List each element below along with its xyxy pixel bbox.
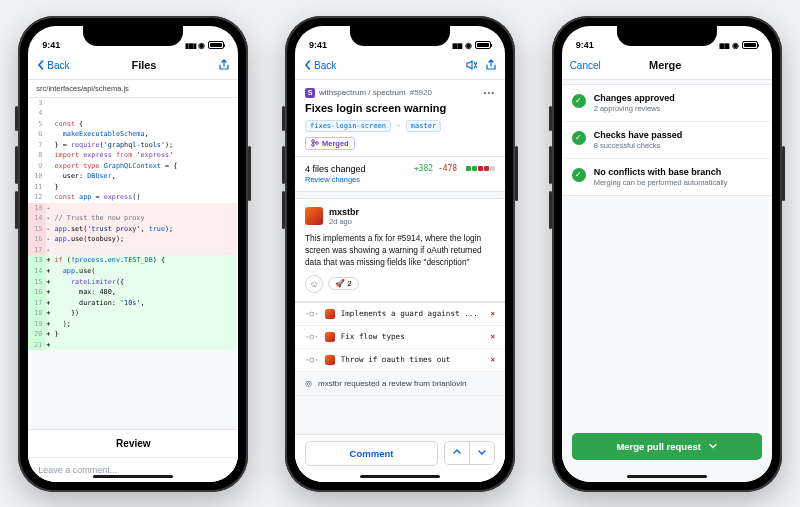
page-title: Files — [74, 59, 215, 71]
commit-icon: -○- — [305, 355, 319, 364]
code-line[interactable]: 19+ ); — [28, 319, 238, 330]
more-icon[interactable]: ••• — [484, 88, 495, 97]
code-line[interactable]: 9 export type GraphQLContext = { — [28, 161, 238, 172]
commit-row[interactable]: -○-Implements a guard against ...× — [295, 303, 505, 326]
battery-icon — [208, 41, 224, 49]
file-path: src/interfaces/api/schema.js — [28, 80, 238, 98]
code-line[interactable]: 14- // Trust the now proxy — [28, 213, 238, 224]
state-badge: Merged — [305, 137, 355, 150]
check-icon: ✓ — [572, 168, 586, 182]
share-icon[interactable] — [218, 59, 230, 71]
add-reaction-button[interactable]: ☺ — [305, 275, 323, 293]
wifi-icon — [732, 40, 739, 50]
svg-point-1 — [312, 144, 315, 147]
code-line[interactable]: 17+ duration: '10s', — [28, 298, 238, 309]
merge-pr-button[interactable]: Merge pull request — [572, 433, 762, 460]
nav-arrows — [444, 441, 495, 465]
share-icon[interactable] — [485, 59, 497, 71]
arrow-right-icon: → — [395, 122, 402, 129]
avatar[interactable] — [305, 207, 323, 225]
merge-check-row[interactable]: ✓No conflicts with base branchMerging ca… — [562, 158, 772, 195]
pr-description: This implements a fix for #5914, where t… — [305, 232, 495, 268]
back-button[interactable]: Back — [36, 60, 69, 71]
next-button[interactable] — [469, 442, 494, 464]
comment-button[interactable]: Comment — [305, 441, 438, 466]
status-fail-icon: × — [490, 309, 495, 318]
code-line[interactable]: 14+ app.use( — [28, 266, 238, 277]
prev-button[interactable] — [445, 442, 469, 464]
commit-icon: -○- — [305, 332, 319, 341]
code-line[interactable]: 10 user: DBUser, — [28, 171, 238, 182]
code-line[interactable]: 11 } — [28, 182, 238, 193]
code-diff[interactable]: 3 4 5 const {6 makeExecutableSchema,7 } … — [28, 98, 238, 351]
reaction-rocket[interactable]: 🚀 2 — [328, 277, 359, 290]
timestamp: 2d ago — [329, 217, 359, 226]
pr-title: Fixes login screen warning — [305, 102, 495, 114]
code-line[interactable]: 3 — [28, 98, 238, 109]
files-changed-row[interactable]: 4 files changed Review changes +382 -478 — [295, 157, 505, 192]
status-fail-icon: × — [490, 332, 495, 341]
repo-icon: S — [305, 88, 315, 98]
review-changes-link[interactable]: Review changes — [305, 175, 366, 184]
code-line[interactable]: 21+ — [28, 340, 238, 351]
pr-number: #5920 — [410, 88, 432, 97]
code-line[interactable]: 7 } = require('graphql-tools'); — [28, 140, 238, 151]
commit-icon: -○- — [305, 309, 319, 318]
battery-icon — [742, 41, 758, 49]
home-indicator[interactable] — [93, 475, 173, 478]
repo-name[interactable]: withspectrum / spectrum — [319, 88, 406, 97]
avatar — [325, 332, 335, 342]
code-line[interactable]: 4 — [28, 108, 238, 119]
commit-row[interactable]: -○-Fix flow types× — [295, 326, 505, 349]
cancel-button[interactable]: Cancel — [570, 60, 601, 71]
avatar — [325, 309, 335, 319]
status-time: 9:41 — [576, 40, 594, 50]
svg-point-2 — [316, 142, 319, 145]
comment-input[interactable]: Leave a comment... — [28, 457, 238, 482]
review-request: ◎ mxstbr requested a review from brianlo… — [295, 372, 505, 396]
code-line[interactable]: 8 import express from 'express' — [28, 150, 238, 161]
page-title: Merge — [605, 59, 726, 71]
signal-icon — [452, 40, 462, 50]
merge-icon — [311, 139, 319, 147]
branch-from[interactable]: fixes-login-screen — [305, 120, 391, 132]
check-icon: ✓ — [572, 94, 586, 108]
code-line[interactable]: 5 const { — [28, 119, 238, 130]
status-fail-icon: × — [490, 355, 495, 364]
battery-icon — [475, 41, 491, 49]
code-line[interactable]: 15- app.set('trust proxy', true); — [28, 224, 238, 235]
chevron-down-icon — [709, 442, 717, 450]
signal-icon — [719, 40, 729, 50]
avatar — [325, 355, 335, 365]
code-line[interactable]: 13+ if (!process.env.TEST_DB) { — [28, 255, 238, 266]
code-line[interactable]: 17- — [28, 245, 238, 256]
eye-icon: ◎ — [305, 379, 312, 388]
code-line[interactable]: 18+ }) — [28, 308, 238, 319]
review-button[interactable]: Review — [28, 430, 238, 457]
merge-check-row[interactable]: ✓Checks have passed8 successful checks — [562, 121, 772, 158]
branch-to[interactable]: master — [406, 120, 441, 132]
merge-check-row[interactable]: ✓Changes approved2 approving reviews — [562, 85, 772, 121]
check-icon: ✓ — [572, 131, 586, 145]
code-line[interactable]: 20+ } — [28, 329, 238, 340]
diffstat: +382 -478 — [414, 164, 495, 173]
signal-icon — [185, 40, 195, 50]
code-line[interactable]: 13- — [28, 203, 238, 214]
commit-row[interactable]: -○-Throw if oauth times out× — [295, 349, 505, 372]
chevron-left-icon — [36, 60, 46, 70]
chevron-left-icon — [303, 60, 313, 70]
code-line[interactable]: 16- app.use(toobusy); — [28, 234, 238, 245]
code-line[interactable]: 6 makeExecutableSchema, — [28, 129, 238, 140]
status-time: 9:41 — [309, 40, 327, 50]
back-button[interactable]: Back — [303, 60, 336, 71]
code-line[interactable]: 16+ max: 480, — [28, 287, 238, 298]
home-indicator[interactable] — [360, 475, 440, 478]
wifi-icon — [198, 40, 205, 50]
home-indicator[interactable] — [627, 475, 707, 478]
code-line[interactable]: 12 const app = express() — [28, 192, 238, 203]
files-changed-label: 4 files changed — [305, 164, 366, 174]
status-time: 9:41 — [42, 40, 60, 50]
author-name[interactable]: mxstbr — [329, 207, 359, 217]
code-line[interactable]: 15+ rateLimiter({ — [28, 277, 238, 288]
mute-icon[interactable] — [465, 59, 477, 71]
